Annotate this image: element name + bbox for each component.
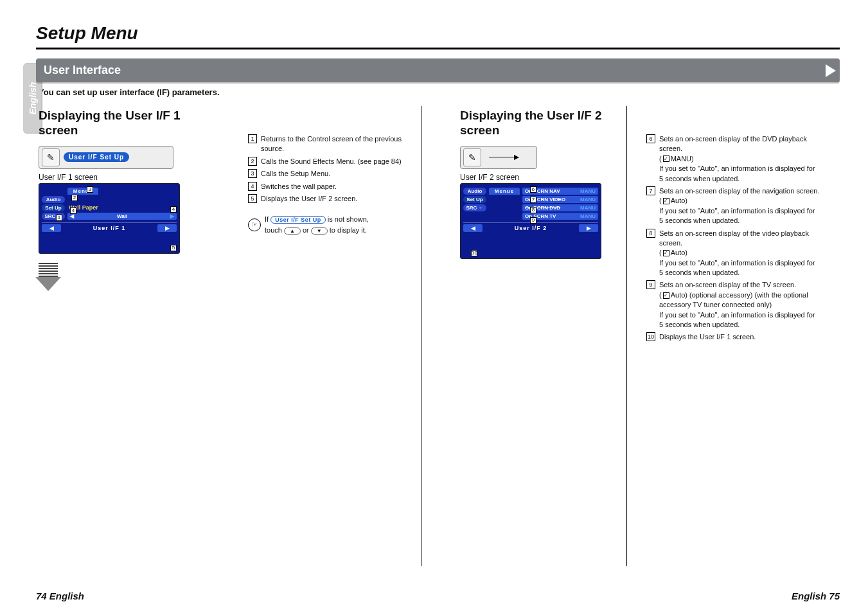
src-button-2[interactable]: SRC ← [463, 204, 486, 211]
arrow-right-icon [489, 157, 518, 157]
chevron-right-icon [826, 64, 836, 77]
legend-text: Calls the Sound Effects Menu. (see page … [261, 157, 402, 166]
legend-text: Sets an on-screen display of the TV scre… [659, 280, 820, 330]
legend-num: 4 [248, 182, 257, 191]
callout-2: 2 [71, 195, 78, 201]
legend-item: 4Switches the wall paper. [248, 182, 402, 191]
prev-page-button[interactable]: ◀ [42, 224, 61, 232]
callout-1: 1 [56, 215, 62, 221]
legend-item: 10Displays the User I/F 1 screen. [646, 332, 820, 342]
device-screen-1: 3 2 4 4 1 5 Menue Audio Set Up Wall Pape… [39, 183, 180, 254]
note-pill: User I/F Set Up [270, 216, 326, 224]
legend-item: 5Displays the User I/F 2 screen. [248, 194, 402, 204]
nav-strip-1: ✎ User I/F Set Up [39, 146, 173, 169]
setup-button-2[interactable]: Set Up [463, 196, 486, 203]
legend-num: 10 [646, 332, 655, 341]
screen1-title: User I/F 1 [93, 225, 126, 231]
callout-4-b: 4 [170, 206, 177, 213]
callout-5: 5 [170, 245, 177, 251]
menue-tab-2[interactable]: Menue [489, 188, 520, 195]
callout-9: 9 [530, 217, 536, 224]
footer-left: 74 English [36, 591, 84, 601]
hand-icon: ☞ [248, 218, 261, 231]
legend-item: 9Sets an on-screen display of the TV scr… [646, 280, 820, 330]
callout-7: 7 [530, 197, 536, 203]
legend-text: Sets an on-screen display of the navigat… [659, 186, 820, 226]
section-title: User Interface [44, 64, 121, 76]
pencil-icon-2: ✎ [463, 148, 481, 166]
screen1-caption: User I/F 1 screen [39, 173, 209, 182]
callout-6: 6 [530, 186, 536, 193]
legend-text: Switches the wall paper. [261, 182, 337, 191]
next-page-button-2[interactable]: ▶ [579, 224, 598, 232]
wallpaper-option[interactable]: ◀Wall▶ [67, 213, 177, 220]
legend-item: 3Calls the Setup Menu. [248, 169, 402, 179]
callout-3: 3 [87, 186, 93, 193]
legend-right: 6Sets an on-screen display of the DVD pl… [646, 134, 820, 342]
callout-4-a: 4 [70, 208, 76, 214]
legend-item: 6Sets an on-screen display of the DVD pl… [646, 134, 820, 184]
audio-button-2[interactable]: Audio [463, 188, 486, 195]
legend-num: 9 [646, 280, 655, 289]
checkbox-icon: ✓ [663, 198, 669, 204]
down-arrow-icon [39, 263, 58, 291]
audio-button[interactable]: Audio [42, 196, 65, 203]
checkbox-icon: ✓ [663, 292, 669, 299]
legend-text: Sets an on-screen display of the DVD pla… [659, 134, 820, 184]
legend-text: Calls the Setup Menu. [261, 169, 330, 179]
legend-num: 6 [646, 134, 655, 143]
page-title: Setup Menu [36, 23, 840, 44]
legend-num: 7 [646, 186, 655, 195]
setup-pill-button[interactable]: User I/F Set Up [64, 152, 129, 162]
display-note: ☞ If User I/F Set Up is not shown, touch… [248, 214, 402, 235]
screen2-caption: User I/F 2 screen [460, 173, 620, 182]
legend-item: 1Returns to the Control screen of the pr… [248, 134, 402, 154]
checkbox-icon: ✓ [663, 250, 669, 256]
legend-item: 2Calls the Sound Effects Menu. (see page… [248, 157, 402, 166]
section-header: User Interface [36, 58, 840, 82]
checkbox-icon: ✓ [663, 155, 669, 162]
callout-10: 10 [471, 250, 477, 256]
screen2-title: User I/F 2 [515, 225, 547, 231]
footer-right: English 75 [792, 591, 840, 601]
pencil-icon: ✎ [42, 148, 60, 166]
callout-8: 8 [530, 207, 536, 213]
legend-num: 2 [248, 157, 257, 166]
legend-text: Displays the User I/F 2 screen. [261, 194, 357, 204]
legend-left: 1Returns to the Control screen of the pr… [248, 134, 402, 204]
legend-text: Returns to the Control screen of the pre… [261, 134, 402, 154]
up-button[interactable]: ▲ [284, 227, 301, 235]
menue-tab[interactable]: Menue [67, 188, 98, 195]
device-screen-2: 6 7 8 9 10 Audio Menue On SCRN NAVMANU S… [460, 183, 601, 259]
next-page-button[interactable]: ▶ [157, 224, 177, 232]
legend-item: 8Sets an on-screen display of the video … [646, 229, 820, 278]
nav-strip-2: ✎ [460, 146, 537, 169]
legend-num: 8 [646, 229, 655, 238]
down-button[interactable]: ▼ [311, 227, 328, 235]
legend-text: Sets an on-screen display of the video p… [659, 229, 820, 278]
right-subheading: Displaying the User I/F 2 screen [460, 109, 620, 138]
legend-num: 3 [248, 169, 257, 178]
legend-num: 1 [248, 134, 257, 143]
prev-page-button-2[interactable]: ◀ [463, 224, 483, 232]
legend-item: 7Sets an on-screen display of the naviga… [646, 186, 820, 226]
legend-num: 5 [248, 194, 257, 203]
legend-text: Displays the User I/F 1 screen. [659, 332, 756, 342]
title-divider [36, 48, 840, 49]
section-intro: You can set up user interface (IF) param… [39, 87, 840, 97]
left-subheading: Displaying the User I/F 1 screen [39, 109, 209, 138]
setup-button[interactable]: Set Up [42, 204, 65, 211]
